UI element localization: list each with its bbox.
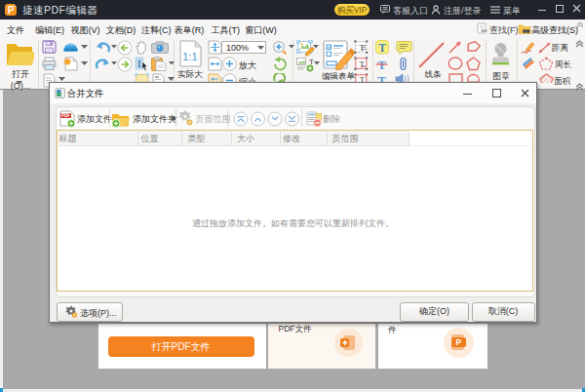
- svg-text:T: T: [359, 59, 365, 69]
- svg-text:I: I: [137, 59, 140, 69]
- svg-text:PDF: PDF: [61, 113, 70, 118]
- svg-text:P: P: [8, 5, 15, 16]
- svg-text:T: T: [378, 42, 386, 54]
- svg-text:1:1: 1:1: [182, 51, 197, 62]
